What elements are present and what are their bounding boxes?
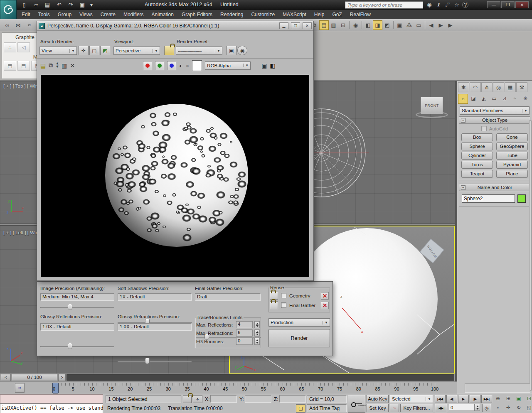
next-frame-arrow[interactable]: > bbox=[58, 374, 66, 381]
max-logo-icon[interactable] bbox=[0, 0, 17, 19]
toggle-ui-icon[interactable]: ◧ bbox=[270, 62, 275, 69]
image-precision-slider[interactable] bbox=[40, 303, 114, 311]
zoom-all-icon[interactable]: ⊞ bbox=[503, 395, 513, 403]
time-configuration-icon[interactable]: ◷ bbox=[482, 404, 491, 412]
menu-customize[interactable]: Customize bbox=[251, 12, 275, 17]
rfw-minimize-button[interactable]: ▁ bbox=[279, 22, 288, 29]
viewport-splitter-vertical[interactable] bbox=[455, 81, 457, 381]
spinner[interactable] bbox=[254, 338, 260, 345]
collapse-icon[interactable]: − bbox=[461, 185, 466, 190]
plugin-step-fwd-icon[interactable]: ▶ bbox=[446, 20, 455, 30]
alpha-channel-icon[interactable]: ● bbox=[186, 62, 189, 69]
favorites-icon[interactable]: ☆ bbox=[452, 1, 461, 9]
play-icon[interactable]: ▶ bbox=[458, 395, 469, 403]
trace-row-value[interactable]: 4 bbox=[236, 321, 253, 328]
zoom-icon[interactable]: ⊕ bbox=[493, 395, 503, 403]
undo-icon[interactable]: ↶ bbox=[54, 1, 64, 9]
time-spinner[interactable] bbox=[475, 404, 480, 411]
ribbon-tool-a-icon[interactable]: ∴ bbox=[4, 42, 16, 52]
tab-utilities-icon[interactable]: ⚒ bbox=[516, 82, 527, 92]
minimize-button[interactable]: — bbox=[487, 1, 500, 8]
y-coord-field[interactable] bbox=[245, 395, 271, 403]
next-frame-icon[interactable]: |▶ bbox=[470, 395, 480, 403]
close-button[interactable]: ✕ bbox=[515, 1, 529, 8]
command-panel-scrollbar[interactable] bbox=[529, 120, 532, 391]
create-teapot-button[interactable]: Teapot bbox=[461, 170, 493, 178]
key-filters-button[interactable]: Key Filters... bbox=[400, 404, 433, 412]
reuse-checkbox[interactable] bbox=[281, 293, 286, 298]
glossy-refractions-slider[interactable] bbox=[118, 357, 192, 365]
x-coord-field[interactable] bbox=[210, 395, 237, 403]
tab-create-icon[interactable]: ✱ bbox=[458, 82, 469, 92]
area-to-render-dropdown[interactable]: View▼ bbox=[39, 47, 77, 55]
blue-channel-icon[interactable] bbox=[167, 61, 176, 70]
lock-viewport-icon[interactable] bbox=[164, 46, 174, 55]
render-mode-dropdown[interactable]: Production▼ bbox=[268, 318, 330, 327]
category-space-warps-icon[interactable]: ≈ bbox=[510, 94, 520, 104]
save-file-icon[interactable]: ▤ bbox=[42, 1, 52, 9]
project-folder-icon[interactable]: ▣ bbox=[77, 1, 87, 9]
reuse-lock-icon[interactable] bbox=[270, 292, 278, 300]
viewport-label-top[interactable]: [ + ] [ Top ] [ Wir bbox=[3, 84, 37, 88]
category-cameras-icon[interactable]: ▭ bbox=[489, 94, 499, 104]
add-time-tag[interactable]: Add Time Tag bbox=[307, 404, 347, 412]
background-color-swatch[interactable] bbox=[192, 60, 202, 71]
green-channel-icon[interactable] bbox=[155, 61, 164, 70]
menu-views[interactable]: Views bbox=[79, 12, 93, 17]
reuse-checkbox[interactable] bbox=[281, 302, 286, 308]
environment-effects-icon[interactable]: ◉ bbox=[237, 46, 247, 55]
render-setup-icon[interactable]: ▤ bbox=[319, 20, 329, 30]
menu-realflow[interactable]: RealFlow bbox=[350, 12, 371, 17]
clone-rfw-icon[interactable]: ⁑ bbox=[56, 62, 59, 69]
collapse-icon[interactable]: − bbox=[461, 118, 466, 123]
category-geometry-icon[interactable]: ○ bbox=[458, 94, 468, 104]
menu-maxscript[interactable]: MAXScript bbox=[283, 12, 306, 17]
select-and-link-icon[interactable]: ∞ bbox=[2, 20, 12, 30]
menu-rendering[interactable]: Rendering bbox=[220, 12, 243, 17]
maxscript-listener-line[interactable]: isDXActive() == false -> use stand bbox=[0, 403, 103, 413]
quick-render-icon[interactable]: ◩ bbox=[382, 20, 392, 30]
time-slider-handle[interactable]: 0 / 100 bbox=[12, 374, 57, 381]
ribbon-tool-b-icon[interactable]: ◁ bbox=[17, 42, 30, 52]
clear-image-icon[interactable]: ✕ bbox=[70, 62, 75, 69]
selection-set-dropdown[interactable]: Selected▼ bbox=[390, 395, 433, 403]
unlink-selection-icon[interactable]: ⋈ bbox=[13, 20, 23, 30]
set-key-button[interactable]: Set Key bbox=[367, 404, 389, 412]
rfw-titlebar[interactable]: ◕ Perspective, frame 0, Display Gamma: 2… bbox=[37, 21, 313, 31]
redo-icon[interactable]: ↷ bbox=[66, 1, 76, 9]
viewport-label-left[interactable]: [ + ] [ Left ] [ Wir bbox=[3, 230, 37, 235]
tab-modify-icon[interactable]: ◠ bbox=[470, 82, 481, 92]
menu-group[interactable]: Group bbox=[58, 12, 71, 17]
viewcube-front[interactable]: FRONT bbox=[421, 97, 443, 114]
print-image-icon[interactable]: ▥ bbox=[62, 62, 67, 69]
rendered-frame-window-icon[interactable]: ◨ bbox=[373, 20, 382, 30]
communication-center-icon[interactable]: ☄ bbox=[443, 1, 452, 9]
name-color-rollout-header[interactable]: − Name and Color bbox=[459, 184, 530, 191]
render-preset-dropdown[interactable]: --------------------▼ bbox=[176, 47, 222, 55]
track-bar[interactable]: ≈ 05101520253035404550556065707580859095… bbox=[0, 381, 457, 394]
create-torus-button[interactable]: Torus bbox=[461, 161, 493, 169]
autogrid-checkbox[interactable] bbox=[481, 126, 487, 131]
menu-animation[interactable]: Animation bbox=[152, 12, 174, 17]
key-icon[interactable]: ⚷ bbox=[434, 1, 443, 9]
create-pyramid-button[interactable]: Pyramid bbox=[496, 161, 528, 169]
tab-display-icon[interactable]: ▦ bbox=[505, 82, 516, 92]
isolate-selection-icon[interactable]: ▢ bbox=[296, 404, 305, 413]
time-slider-track[interactable] bbox=[66, 374, 454, 381]
go-to-start-icon[interactable]: |◀◀ bbox=[435, 395, 446, 403]
glossy-reflections-slider[interactable] bbox=[40, 342, 114, 350]
new-scene-icon[interactable]: ▯ bbox=[19, 1, 29, 9]
menu-graph-editors[interactable]: Graph Editors bbox=[182, 12, 212, 17]
object-name-field[interactable] bbox=[462, 194, 515, 203]
plugin-capsule-icon[interactable]: ▭ bbox=[414, 20, 424, 30]
z-coord-field[interactable] bbox=[279, 395, 306, 403]
ribbon-cube-a-icon[interactable]: ⬒ bbox=[4, 61, 16, 71]
material-editor-icon[interactable]: ▥ bbox=[329, 20, 338, 30]
macro-recorder-line[interactable] bbox=[0, 394, 103, 403]
trace-row-value[interactable]: 0 bbox=[236, 338, 253, 345]
trace-row-value[interactable]: 6 bbox=[236, 329, 253, 337]
environment-dialog-icon[interactable]: ⊟ bbox=[338, 20, 348, 30]
maximize-viewport-icon[interactable]: ◱ bbox=[524, 404, 532, 412]
reuse-clear-icon[interactable]: ✕ bbox=[321, 292, 329, 300]
reuse-lock-icon[interactable] bbox=[270, 301, 278, 309]
